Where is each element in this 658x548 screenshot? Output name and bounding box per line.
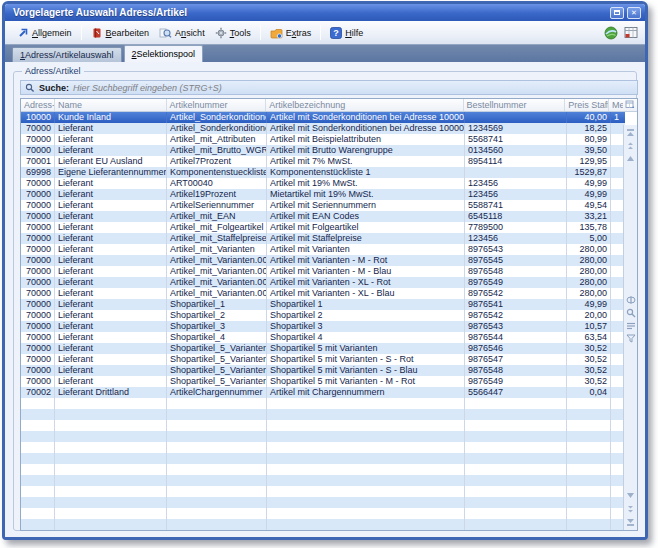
scroll-up-icon xyxy=(626,155,635,162)
table-row[interactable]: 70000LieferantShopartikel_5_Varianten.3S… xyxy=(21,376,625,387)
column-header-artikelnummer[interactable]: Artikelnummer xyxy=(167,99,267,111)
table-cell xyxy=(267,442,465,453)
scroll-to-bottom-button[interactable] xyxy=(626,517,636,526)
tab-adress-artikelauswahl[interactable]: 1 Adress/Artikelauswahl xyxy=(12,47,122,62)
empty-row xyxy=(21,398,625,409)
columns-button[interactable] xyxy=(626,321,636,330)
grid-scroll-strip[interactable] xyxy=(623,125,637,530)
table-row[interactable]: 69998Eigene Lieferantennummer-FirmaKompo… xyxy=(21,167,625,178)
table-cell: 129,95 xyxy=(567,156,611,167)
menu-item-tools[interactable]: Tools xyxy=(210,25,256,41)
table-row[interactable]: 70000LieferantART00040Artikel mit 19% Mw… xyxy=(21,178,625,189)
table-cell xyxy=(465,442,567,453)
table-row[interactable]: 70000LieferantArtikel_mit_Varianten.005A… xyxy=(21,277,625,288)
table-cell: 280,00 xyxy=(567,277,611,288)
menu-item-extras[interactable]: Extras xyxy=(265,25,317,41)
table-row[interactable]: 10000Kunde InlandArtikel_Sonderkondition… xyxy=(21,112,625,123)
table-cell: 280,00 xyxy=(567,288,611,299)
table-row[interactable]: 70000LieferantArtikel_mit_StaffelpreiseA… xyxy=(21,233,625,244)
scroll-down-fast-button[interactable] xyxy=(626,504,636,513)
table-row[interactable]: 70000LieferantArtikelSeriennummerArtikel… xyxy=(21,200,625,211)
record-position-button[interactable] xyxy=(626,295,636,304)
column-header-preis-staffel-1[interactable]: Preis Staffel 1 xyxy=(565,99,609,111)
menu-item-ansicht[interactable]: Ansicht xyxy=(154,25,210,41)
column-header-bestellnummer[interactable]: Bestellnummer xyxy=(464,99,566,111)
table-row[interactable]: 70000LieferantShopartikel_5_VariantenSho… xyxy=(21,343,625,354)
data-grid: Adress-Nr.NameArtikelnummerArtikelbezeic… xyxy=(20,98,638,531)
table-cell xyxy=(267,486,465,497)
table-cell xyxy=(21,497,55,508)
table-cell: 9876542 xyxy=(465,310,567,321)
table-cell: Lieferant xyxy=(55,189,167,200)
table-cell xyxy=(465,431,567,442)
menu-item-bearbeiten[interactable]: Bearbeiten xyxy=(86,25,155,41)
table-row[interactable]: 70000LieferantShopartikel_3Shopartikel 3… xyxy=(21,321,625,332)
column-chooser-button[interactable] xyxy=(623,99,637,111)
table-cell xyxy=(465,167,567,178)
table-cell: 18,25 xyxy=(567,123,611,134)
table-row[interactable]: 70000LieferantArtikel_mit_Varianten.004A… xyxy=(21,266,625,277)
table-cell: Artikel_mit_Varianten.006 xyxy=(167,288,267,299)
menu-item-allgemein[interactable]: Allgemein xyxy=(12,25,77,41)
table-row[interactable]: 70001Lieferant EU AuslandArtikel7Prozent… xyxy=(21,156,625,167)
table-row[interactable]: 70000LieferantArtikel_mit_FolgeartikelAr… xyxy=(21,222,625,233)
scroll-up-fast-button[interactable] xyxy=(626,141,636,150)
empty-row xyxy=(21,519,625,530)
table-cell xyxy=(167,442,267,453)
svg-text:?: ? xyxy=(333,28,339,38)
search-label: Suche: xyxy=(39,83,69,93)
table-row[interactable]: 70000LieferantArtikel_SonderkonditionenA… xyxy=(21,123,625,134)
table-cell xyxy=(267,497,465,508)
table-cell xyxy=(167,519,267,530)
table-cell xyxy=(55,497,167,508)
table-cell xyxy=(167,398,267,409)
scroll-up-button[interactable] xyxy=(626,154,636,163)
table-cell: 70000 xyxy=(21,134,55,145)
table-row[interactable]: 70000LieferantArtikel_mit_AttributenArti… xyxy=(21,134,625,145)
table-row[interactable]: 70000LieferantArtikel_mit_Varianten.006A… xyxy=(21,288,625,299)
table-cell xyxy=(167,486,267,497)
column-header-adress-nr[interactable]: Adress-Nr. xyxy=(21,99,55,111)
table-cell: 70000 xyxy=(21,332,55,343)
globe-icon[interactable] xyxy=(604,26,618,40)
dialog-window: Vorgelagerte Auswahl Adress/Artikel ✕ Al… xyxy=(2,1,648,540)
maximize-button[interactable] xyxy=(610,7,624,19)
table-cell: 70000 xyxy=(21,123,55,134)
table-cell: Shopartikel_5_Varianten.2 xyxy=(167,365,267,376)
search-grid-icon xyxy=(626,308,636,318)
table-cell: 1529,87 xyxy=(567,167,611,178)
table-row[interactable]: 70000LieferantShopartikel_5_Varianten.1S… xyxy=(21,354,625,365)
scroll-to-top-button[interactable] xyxy=(626,128,636,137)
tab-strip: 1 Adress/Artikelauswahl2 Selektionspool xyxy=(5,44,645,62)
column-header-name[interactable]: Name xyxy=(55,99,167,111)
scroll-down-button[interactable] xyxy=(626,491,636,500)
table-row[interactable]: 70000LieferantShopartikel_5_Varianten.2S… xyxy=(21,365,625,376)
table-cell xyxy=(267,431,465,442)
search-grid-button[interactable] xyxy=(626,308,636,317)
table-row[interactable]: 70000LieferantArtikel_mit_VariantenArtik… xyxy=(21,244,625,255)
data-table-icon[interactable] xyxy=(624,26,638,39)
tab-selektionspool[interactable]: 2 Selektionspool xyxy=(124,45,204,62)
table-row[interactable]: 70000LieferantArtikel19ProzentMietartike… xyxy=(21,189,625,200)
table-row[interactable]: 70000LieferantArtikel_mit_EANArtikel mit… xyxy=(21,211,625,222)
close-button[interactable]: ✕ xyxy=(627,7,641,19)
table-row[interactable]: 70000LieferantShopartikel_2Shopartikel 2… xyxy=(21,310,625,321)
table-cell: 70000 xyxy=(21,189,55,200)
table-cell: Artikel mit EAN Codes xyxy=(267,211,465,222)
filter-button[interactable] xyxy=(626,334,636,343)
table-row[interactable]: 70000LieferantShopartikel_4Shopartikel 4… xyxy=(21,332,625,343)
table-row[interactable]: 70000LieferantArtikel_mit_Brutto_WGRArti… xyxy=(21,145,625,156)
table-cell: 9876541 xyxy=(465,299,567,310)
title-bar[interactable]: Vorgelagerte Auswahl Adress/Artikel ✕ xyxy=(5,4,645,21)
table-cell xyxy=(465,519,567,530)
table-row[interactable]: 70002Lieferant DrittlandArtikelChargennu… xyxy=(21,387,625,398)
column-header-me[interactable]: Me xyxy=(609,99,623,111)
table-row[interactable]: 70000LieferantArtikel_mit_Varianten.003A… xyxy=(21,255,625,266)
table-cell: Artikel_mit_Attributen xyxy=(167,134,267,145)
table-row[interactable]: 70000LieferantShopartikel_1Shopartikel 1… xyxy=(21,299,625,310)
menu-item-hilfe[interactable]: ?Hilfe xyxy=(325,25,368,41)
window-title: Vorgelagerte Auswahl Adress/Artikel xyxy=(13,4,607,21)
search-input[interactable]: Suche: Hier Suchbegriff eingeben (STRG+S… xyxy=(20,80,638,95)
table-cell xyxy=(267,475,465,486)
column-header-artikelbezeichnung[interactable]: Artikelbezeichnung xyxy=(266,99,463,111)
